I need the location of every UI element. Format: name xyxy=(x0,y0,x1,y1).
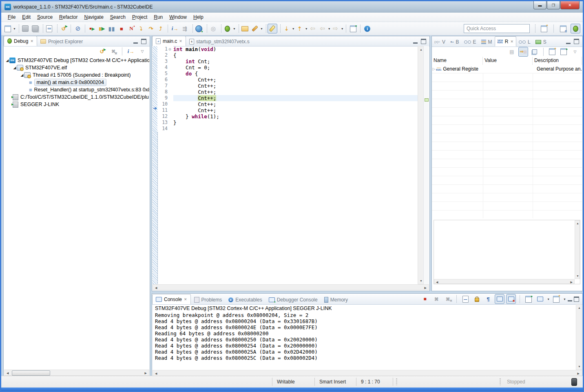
tab-modules[interactable]: M xyxy=(479,37,495,47)
mark-occurrences-icon[interactable] xyxy=(268,24,277,33)
open-console-dropdown-icon[interactable]: ▼ xyxy=(563,298,566,301)
registers-minimize-icon[interactable] xyxy=(566,39,571,44)
debug-view-menu-icon[interactable]: ▽ xyxy=(137,47,147,56)
expand-arrow-icon[interactable]: ◢ xyxy=(20,73,24,77)
maximize-window-button[interactable]: ❐ xyxy=(547,1,560,9)
open-element-icon[interactable] xyxy=(240,24,250,33)
step-into-icon[interactable]: ⤵ xyxy=(136,24,146,33)
clear-console-icon[interactable]: ▬▬ xyxy=(460,294,470,304)
restart-icon[interactable]: ↺▶ xyxy=(97,47,107,56)
debug-launch-icon[interactable] xyxy=(223,24,232,33)
cpp-perspective-icon[interactable]: C xyxy=(558,24,568,33)
debug-panel-hscrollbar[interactable]: ◀ ▶ xyxy=(4,370,149,376)
pin-view-icon[interactable]: ● xyxy=(559,47,569,57)
quick-access-input[interactable] xyxy=(464,24,530,33)
terminate-and-relaunch-icon[interactable]: ■▶ xyxy=(87,24,97,33)
last-edit-location-icon[interactable]: ⇦ xyxy=(308,24,318,33)
console-output[interactable]: STM32F407VE Debug [STM32 Cortex-M C/C++ … xyxy=(153,304,575,370)
tab-registers-close-icon[interactable]: ✕ xyxy=(510,40,513,44)
tab-sfrs[interactable]: S xyxy=(533,37,549,47)
expand-arrow-icon[interactable]: ◢ xyxy=(5,58,9,62)
menu-run[interactable]: Run xyxy=(150,13,166,21)
instruction-stepping-icon[interactable]: i→ xyxy=(170,24,180,33)
build-icon[interactable]: 010 xyxy=(44,24,54,33)
tab-variables[interactable]: (x)= V xyxy=(432,37,448,47)
menu-edit[interactable]: Edit xyxy=(19,13,34,21)
tab-console[interactable]: Console ✕ xyxy=(152,294,191,304)
debug-perspective-icon[interactable] xyxy=(571,24,580,33)
tab-project-explorer[interactable]: Project Explorer xyxy=(37,37,86,46)
menu-window[interactable]: Window xyxy=(166,13,190,21)
display-console-icon[interactable] xyxy=(535,294,545,304)
tab-registers[interactable]: 1010 0101 R ✕ xyxy=(495,36,516,47)
menu-search[interactable]: Search xyxy=(107,13,129,21)
forward-dropdown-icon[interactable]: ▼ xyxy=(341,27,344,30)
tab-startup-s[interactable]: S startup_stm32f407vetx.s xyxy=(186,37,253,46)
menu-help[interactable]: Help xyxy=(190,13,207,21)
tab-main-c-close-icon[interactable]: ✕ xyxy=(179,39,182,43)
console-hscrollbar[interactable]: ◀ ▶ xyxy=(153,370,582,376)
tree-item-elf[interactable]: ◢ STM32F407VE.elf xyxy=(4,64,149,71)
collapse-all-icon[interactable] xyxy=(530,47,540,57)
step-over-icon[interactable]: ↷ xyxy=(146,24,156,33)
debug-instruction-stepping-icon[interactable]: i→ xyxy=(126,47,136,56)
tree-item-segger-jlink[interactable]: SEGGER J-LINK xyxy=(4,101,149,108)
debug-launch-dropdown-icon[interactable]: ▼ xyxy=(233,27,236,30)
tab-breakpoints[interactable]: ●● B xyxy=(448,37,461,47)
back-icon[interactable]: ⇦ xyxy=(318,24,327,33)
skip-all-breakpoints-icon[interactable]: ⊘ xyxy=(73,24,83,33)
tab-expressions[interactable]: E xyxy=(462,37,479,47)
editor-overview-ruler[interactable] xyxy=(423,46,429,284)
expand-arrow-icon[interactable]: ◢ xyxy=(13,66,17,70)
pin-console-icon[interactable]: ● xyxy=(524,294,533,304)
back-dropdown-icon[interactable]: ▼ xyxy=(328,27,331,30)
new-wizard-icon[interactable] xyxy=(3,24,13,33)
progress-indicator-icon[interactable] xyxy=(571,376,577,388)
external-tools-dropdown-icon[interactable]: ▼ xyxy=(260,27,263,30)
remove-launch-icon[interactable]: ✖ xyxy=(431,294,441,304)
editor-vscrollbar[interactable]: ▲ ▼ xyxy=(418,46,424,284)
console-terminate-icon[interactable]: ■ xyxy=(420,294,430,304)
show-register-groups-icon[interactable]: ▤ xyxy=(507,47,517,57)
tab-debug-close-icon[interactable]: ✕ xyxy=(30,39,33,43)
previous-annotation-dropdown-icon[interactable]: ▼ xyxy=(305,27,308,30)
menu-refactor[interactable]: Refactor xyxy=(56,13,81,21)
tab-console-close-icon[interactable]: ✕ xyxy=(184,297,187,301)
menu-navigate[interactable]: Navigate xyxy=(81,13,106,21)
next-annotation-dropdown-icon[interactable]: ▼ xyxy=(292,27,295,30)
display-console-dropdown-icon[interactable]: ▼ xyxy=(547,298,550,301)
registers-maximize-icon[interactable] xyxy=(574,39,579,44)
editor-hscrollbar[interactable]: ◀ ▶ xyxy=(153,284,429,290)
editor-minimize-icon[interactable] xyxy=(413,39,418,44)
show-stdout-icon[interactable] xyxy=(495,294,504,304)
info-icon[interactable]: i xyxy=(363,24,372,33)
show-registers-tree-icon[interactable]: ⇒𝄙 xyxy=(518,47,528,57)
selected-stack-frame[interactable]: main() at main.c:9 0x8000204 xyxy=(34,79,106,86)
registers-view-menu-icon[interactable]: ▽ xyxy=(570,47,580,57)
tree-item-thread[interactable]: ◢ Thread #1 57005 (Suspended : Breakpoin… xyxy=(4,71,149,79)
tab-debugger-console[interactable]: ● Debugger Console xyxy=(265,295,321,304)
target-power-icon[interactable]: ◎ xyxy=(208,24,218,33)
collapse-arrow-icon[interactable]: ▷ xyxy=(432,67,436,71)
console-vscrollbar[interactable]: ▲ ▼ xyxy=(576,304,582,370)
step-return-icon[interactable]: ⤴ xyxy=(156,24,166,33)
register-group-row[interactable]: ▷ ✶✶✶ 0101 General Registe General Purpo… xyxy=(432,65,582,73)
tree-item-stack-frame-reset[interactable]: ≡ Reset_Handler() at startup_stm32f407ve… xyxy=(4,86,149,93)
close-window-button[interactable]: ✕ xyxy=(560,1,580,9)
menu-source[interactable]: Source xyxy=(34,13,56,21)
editor-maximize-icon[interactable] xyxy=(421,39,426,44)
open-console-icon[interactable]: ✦ xyxy=(551,294,561,304)
external-tools-icon[interactable] xyxy=(250,24,260,33)
save-all-icon[interactable] xyxy=(30,24,40,33)
tab-live-expressions[interactable]: L xyxy=(516,37,533,47)
new-register-group-icon[interactable]: ✦ xyxy=(547,47,557,57)
console-minimize-icon[interactable] xyxy=(568,297,572,301)
tree-item-stack-frame-main[interactable]: ≡ main() at main.c:9 0x8000204 xyxy=(4,79,149,86)
tree-item-launch[interactable]: ◢ IDE STM32F407VE Debug [STM32 Cortex-M … xyxy=(4,57,149,64)
tab-main-c[interactable]: .c main.c ✕ xyxy=(152,36,186,46)
debug-panel-minimize-icon[interactable] xyxy=(133,39,138,44)
code-area[interactable]: 1⊖int main(void) 2{ 3 int Cnt; 4 Cnt = 0… xyxy=(157,46,418,284)
tab-debug[interactable]: Debug ✕ xyxy=(4,36,37,46)
tab-memory[interactable]: Memory xyxy=(321,295,351,304)
show-stderr-icon[interactable]: ✖ xyxy=(506,294,516,304)
